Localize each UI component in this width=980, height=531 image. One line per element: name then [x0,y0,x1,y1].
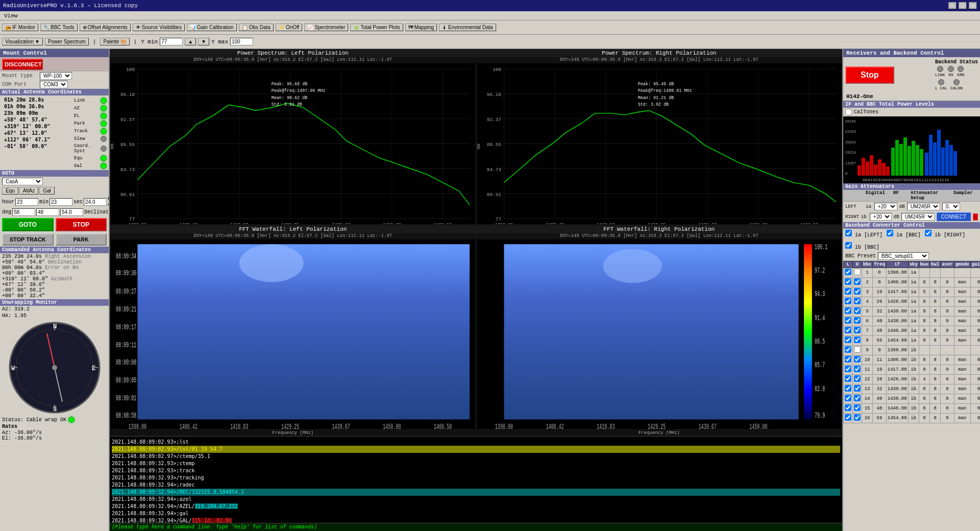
bbc-check-9-0[interactable] [845,356,851,363]
connect-btn[interactable]: CONNECT [937,212,971,221]
bbc-cell-1-0[interactable] [844,278,853,287]
bbc-cell-2-0[interactable] [844,287,853,297]
bbc-cell-8-0[interactable] [844,346,853,355]
dec-m-input[interactable] [36,208,59,216]
bbc-check-14-0[interactable] [845,404,851,411]
bbc-check-1-0[interactable] [845,278,851,285]
com-port-select[interactable]: COM3 [40,81,68,88]
stop-track-btn[interactable]: STOP TRACK [2,233,54,246]
bbc-check-2-0[interactable] [845,288,851,295]
menu-view[interactable]: View [2,13,19,19]
ymin-up-btn[interactable]: ▲ [185,38,196,45]
bbc-cell-5-1[interactable] [853,317,862,326]
left-sampler-select[interactable]: 0.3 [942,203,960,210]
bbc-cell-11-0[interactable] [844,375,853,384]
goto-tab-equ[interactable]: Equ [2,187,18,195]
goto-tab-gal[interactable]: Gal [39,187,55,195]
bbc-check-7-0[interactable] [845,336,851,343]
bbc-check-5-0[interactable] [845,317,851,324]
bbc-check-6-1[interactable] [854,327,861,333]
minimize-btn[interactable]: ─ [948,2,957,9]
bbc-check-11-0[interactable] [845,375,851,382]
toolbar-env-data[interactable]: 🌡 Environmental Data [439,23,496,31]
ia-left-check[interactable] [845,230,852,236]
bbc-cell-12-1[interactable] [853,384,862,394]
bbc-check-4-1[interactable] [854,307,861,314]
stop-btn[interactable]: STOP [56,218,107,231]
bbc-cell-12-0[interactable] [844,384,853,394]
dec-d-input[interactable] [12,208,35,216]
ra-m-input[interactable] [50,198,72,206]
ia-left-label[interactable]: ia [LEFT] [845,230,883,238]
bbc-cell-3-0[interactable] [844,297,853,307]
ia-bbc-label[interactable]: ia [BBC] [887,230,921,238]
left-digital-select[interactable]: +20 [874,203,897,210]
ia-bbc-check[interactable] [887,230,893,236]
stop-backend-btn[interactable]: Stop [845,66,894,84]
bbc-cell-15-1[interactable] [853,414,862,423]
bbc-cell-7-0[interactable] [844,336,853,346]
bbc-cell-1-1[interactable] [853,278,862,287]
bbc-check-11-1[interactable] [854,375,861,382]
bbc-check-6-0[interactable] [845,327,851,333]
bbc-check-7-1[interactable] [854,336,861,343]
bbc-check-12-1[interactable] [854,385,861,392]
close-btn[interactable]: ✕ [969,2,977,9]
bbc-cell-7-1[interactable] [853,336,862,346]
bbc-check-13-0[interactable] [845,395,851,401]
bbc-cell-10-0[interactable] [844,365,853,375]
toolbar-onoff[interactable]: ⚡ OnOff [276,23,303,31]
bbc-cell-9-0[interactable] [844,355,853,365]
bbc-check-3-0[interactable] [845,298,851,304]
palette-btn[interactable]: Palette 🎨 [100,38,129,45]
bbc-check-0-0[interactable] [845,269,851,275]
bbc-check-4-0[interactable] [845,307,851,314]
ib-bbc-label[interactable]: ib [BBC] [845,242,879,250]
bbc-check-10-1[interactable] [854,366,861,372]
bbc-cell-14-0[interactable] [844,404,853,414]
bbc-cell-13-1[interactable] [853,394,862,404]
ib-right-label[interactable]: ib [RIGHT] [925,230,965,238]
bbc-cell-3-1[interactable] [853,297,862,307]
toolbar-total-power[interactable]: 🔋 Total Power Plots [350,23,403,31]
bbc-check-14-1[interactable] [854,404,861,411]
bbc-check-1-1[interactable] [854,278,861,285]
bbc-cell-11-1[interactable] [853,375,862,384]
ib-bbc-check[interactable] [845,242,852,249]
bbc-cell-14-1[interactable] [853,404,862,414]
bbc-cell-9-1[interactable] [853,355,862,365]
toolbar-bbc-tools[interactable]: 🔧 BBC Tools [40,23,78,31]
goto-preset-select[interactable]: CasA [2,178,43,185]
ymin-input[interactable] [160,38,183,45]
bbc-cell-13-0[interactable] [844,394,853,404]
park-btn[interactable]: PARK [56,233,107,246]
bbc-cell-0-1[interactable] [853,268,862,278]
toolbar-mapping[interactable]: 🗺 Mapping [405,23,437,31]
dec-s-input[interactable] [60,208,83,216]
bbc-check-2-1[interactable] [854,288,861,295]
bbc-cell-4-1[interactable] [853,307,862,317]
bbc-check-3-1[interactable] [854,298,861,304]
bbc-cell-4-0[interactable] [844,307,853,317]
toolbar-offset-alignments[interactable]: ⊕ Offset Alignments [80,23,131,31]
power-spectrum-btn[interactable]: Power Spectrum [45,38,89,45]
toolbar-obs-data[interactable]: 📋 Obs Data [239,23,274,31]
bbc-check-13-1[interactable] [854,395,861,401]
ra-h-input[interactable] [15,198,38,206]
bbc-check-5-1[interactable] [854,317,861,324]
toolbar-if-monitor[interactable]: 📻 IF Monitor [2,23,38,31]
bbc-cell-10-1[interactable] [853,365,862,375]
visualization-btn[interactable]: Visualization ▼ [2,38,43,45]
bbc-check-15-0[interactable] [845,414,851,421]
terminal-input[interactable]: (Please type here a command line. Type '… [110,523,842,531]
bbc-cell-6-1[interactable] [853,326,862,336]
mount-type-select[interactable]: WP-100 [40,72,72,80]
right-attenuator-select[interactable]: UM245R [901,213,935,221]
bbc-cell-2-1[interactable] [853,287,862,297]
bbc-cell-5-0[interactable] [844,317,853,326]
bbc-check-12-0[interactable] [845,385,851,392]
bbc-check-10-0[interactable] [845,366,851,372]
maximize-btn[interactable]: □ [959,2,967,9]
ra-s-input[interactable] [84,198,107,206]
bbc-preset-select[interactable]: BBC_setup01 [878,252,929,260]
